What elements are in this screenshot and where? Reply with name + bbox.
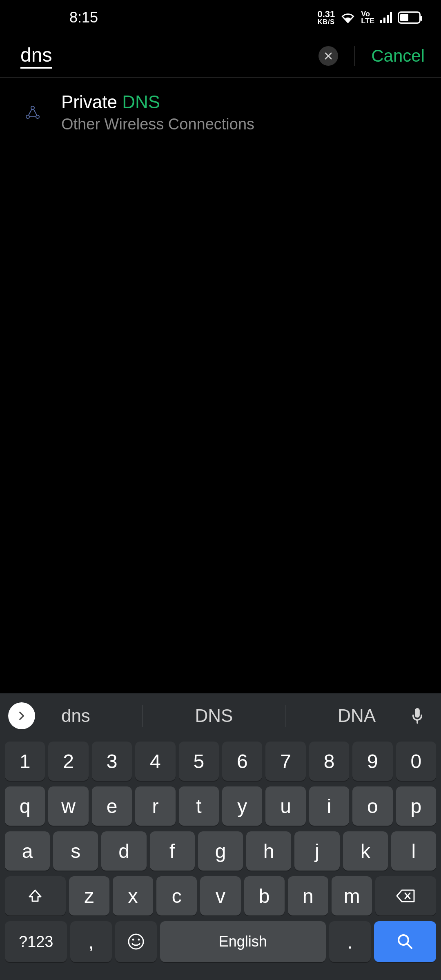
close-icon bbox=[324, 51, 333, 60]
keyboard-row-1: q w e r t y u i o p bbox=[5, 786, 436, 826]
key-s[interactable]: s bbox=[53, 831, 98, 871]
key-9[interactable]: 9 bbox=[352, 742, 392, 781]
key-5[interactable]: 5 bbox=[179, 742, 219, 781]
key-j[interactable]: j bbox=[294, 831, 339, 871]
backspace-icon bbox=[396, 889, 416, 903]
svg-point-6 bbox=[132, 939, 134, 941]
key-g[interactable]: g bbox=[198, 831, 243, 871]
key-l[interactable]: l bbox=[391, 831, 436, 871]
key-q[interactable]: q bbox=[5, 786, 45, 826]
key-4[interactable]: 4 bbox=[135, 742, 175, 781]
emoji-icon bbox=[127, 933, 145, 951]
key-n[interactable]: n bbox=[288, 876, 328, 915]
result-text: Private DNS Other Wireless Connections bbox=[61, 92, 254, 133]
search-result-item[interactable]: Private DNS Other Wireless Connections bbox=[0, 78, 441, 147]
key-i[interactable]: i bbox=[309, 786, 349, 826]
result-title: Private DNS bbox=[61, 92, 254, 112]
key-y[interactable]: y bbox=[222, 786, 262, 826]
status-time: 8:15 bbox=[69, 9, 98, 26]
key-d[interactable]: d bbox=[101, 831, 146, 871]
search-key[interactable] bbox=[374, 921, 436, 962]
keyboard-row-2: a s d f g h j k l bbox=[5, 831, 436, 871]
keyboard-row-bottom: ?123 , English . bbox=[5, 921, 436, 962]
suggestion-bar: dns DNS DNA bbox=[0, 693, 441, 738]
key-o[interactable]: o bbox=[352, 786, 392, 826]
volte-indicator: Vo LTE bbox=[361, 11, 374, 24]
suggestion-item[interactable]: dns bbox=[61, 706, 90, 726]
wifi-icon bbox=[341, 11, 355, 24]
key-2[interactable]: 2 bbox=[48, 742, 88, 781]
network-speed-indicator: 0.31 KB/S bbox=[318, 10, 335, 25]
signal-icon bbox=[380, 12, 392, 23]
key-x[interactable]: x bbox=[113, 876, 153, 915]
key-7[interactable]: 7 bbox=[265, 742, 305, 781]
key-3[interactable]: 3 bbox=[92, 742, 132, 781]
key-0[interactable]: 0 bbox=[396, 742, 436, 781]
divider bbox=[285, 705, 285, 727]
key-e[interactable]: e bbox=[92, 786, 132, 826]
key-v[interactable]: v bbox=[200, 876, 241, 915]
key-1[interactable]: 1 bbox=[5, 742, 45, 781]
search-input[interactable]: dns bbox=[20, 44, 52, 69]
space-key[interactable]: English bbox=[160, 921, 326, 962]
key-m[interactable]: m bbox=[332, 876, 372, 915]
shift-icon bbox=[27, 888, 43, 904]
key-p[interactable]: p bbox=[396, 786, 436, 826]
key-a[interactable]: a bbox=[5, 831, 50, 871]
svg-point-5 bbox=[129, 934, 143, 949]
key-8[interactable]: 8 bbox=[309, 742, 349, 781]
svg-rect-3 bbox=[415, 708, 420, 717]
status-indicators: 0.31 KB/S Vo LTE bbox=[318, 10, 421, 25]
key-u[interactable]: u bbox=[265, 786, 305, 826]
key-k[interactable]: k bbox=[343, 831, 388, 871]
svg-line-9 bbox=[407, 944, 412, 948]
status-bar: 8:15 0.31 KB/S Vo LTE bbox=[0, 0, 441, 35]
suggestion-list: dns DNS DNA bbox=[35, 705, 402, 727]
suggestion-item[interactable]: DNS bbox=[195, 706, 233, 726]
key-6[interactable]: 6 bbox=[222, 742, 262, 781]
svg-point-1 bbox=[26, 115, 29, 118]
key-f[interactable]: f bbox=[150, 831, 195, 871]
suggestion-item[interactable]: DNA bbox=[338, 706, 376, 726]
key-w[interactable]: w bbox=[48, 786, 88, 826]
battery-icon bbox=[398, 11, 421, 24]
backspace-key[interactable] bbox=[375, 876, 436, 915]
key-z[interactable]: z bbox=[69, 876, 109, 915]
keyboard-row-3: z x c v b n m bbox=[5, 876, 436, 915]
share-network-icon bbox=[20, 100, 45, 125]
svg-point-2 bbox=[36, 115, 39, 118]
shift-key[interactable] bbox=[5, 876, 66, 915]
key-t[interactable]: t bbox=[179, 786, 219, 826]
expand-suggestions-button[interactable] bbox=[8, 702, 35, 729]
key-c[interactable]: c bbox=[156, 876, 197, 915]
divider bbox=[354, 46, 355, 66]
key-b[interactable]: b bbox=[244, 876, 285, 915]
soft-keyboard: dns DNS DNA 1 2 3 4 5 6 7 8 bbox=[0, 693, 441, 980]
svg-point-7 bbox=[138, 939, 140, 941]
voice-input-button[interactable] bbox=[402, 707, 433, 725]
keyboard-row-numbers: 1 2 3 4 5 6 7 8 9 0 bbox=[5, 742, 436, 781]
period-key[interactable]: . bbox=[329, 921, 371, 962]
emoji-key[interactable] bbox=[115, 921, 157, 962]
key-r[interactable]: r bbox=[135, 786, 175, 826]
result-subtitle: Other Wireless Connections bbox=[61, 116, 254, 133]
comma-key[interactable]: , bbox=[70, 921, 112, 962]
key-h[interactable]: h bbox=[246, 831, 291, 871]
search-icon bbox=[396, 933, 414, 951]
divider bbox=[143, 705, 143, 727]
clear-search-button[interactable] bbox=[318, 46, 338, 66]
search-header: dns Cancel bbox=[0, 35, 441, 78]
chevron-right-icon bbox=[16, 710, 27, 721]
symbols-key[interactable]: ?123 bbox=[5, 921, 67, 962]
mic-icon bbox=[410, 707, 425, 725]
cancel-button[interactable]: Cancel bbox=[371, 46, 425, 66]
